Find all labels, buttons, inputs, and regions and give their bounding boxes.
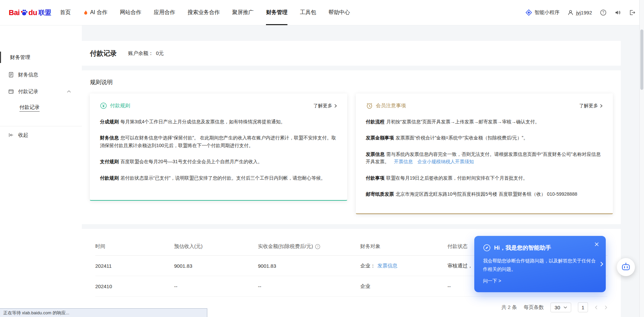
rule-item-label: 付款规则: [100, 175, 119, 181]
cell-actual-amount: 9001.83: [258, 263, 360, 269]
logout-icon[interactable]: [629, 9, 635, 16]
sidebar-item-label: 财务信息: [18, 72, 38, 78]
column-header-actual-amount: 实收金额(扣除税费后/元) ?: [258, 243, 360, 250]
nav-label: 帮助中心: [328, 9, 350, 16]
vertical-scrollbar[interactable]: [639, 0, 644, 317]
column-header-time: 时间: [95, 243, 174, 250]
rule-cards-row: 付款规则 了解更多 分成规则每月第3或4个工作日产出上月分成信息及发票信息，如有…: [90, 93, 613, 214]
sidebar-collapse-label: 收起: [18, 132, 28, 138]
nav-item-website-cooperation[interactable]: 网站合作: [120, 0, 141, 25]
sidebar-item-label: 付款记录: [18, 88, 38, 95]
prev-page-icon[interactable]: [595, 305, 598, 310]
smart-program-icon: [526, 9, 532, 16]
collapse-icon: [8, 132, 14, 138]
rule-item: 分成规则每月第3或4个工作日产出上月分成信息及发票信息，如有特殊情况将提前通知。: [100, 118, 337, 125]
robot-icon: [621, 262, 631, 272]
page-number-button[interactable]: 1: [578, 302, 588, 312]
per-page-label: 每页条数: [524, 304, 544, 311]
flame-icon: [83, 10, 88, 15]
payment-rules-icon: [100, 102, 107, 109]
rule-item-text: 联盟在每月19日之后签收的发票，付款时间安排在下个月首批支付。: [386, 175, 528, 181]
next-page-icon[interactable]: [604, 305, 607, 310]
sidebar-collapse-button[interactable]: 收起: [0, 126, 82, 144]
rule-item-text: 发票票面“价税合计”金额=系统中“实收金额（扣除税费后/元）”。: [396, 135, 528, 140]
rule-item: 支付规则百度联盟会在每月20号—31号支付企业会员上个自然月产生的收入。: [100, 158, 337, 165]
cell-actual-amount: --: [258, 283, 360, 289]
small-taxpayer-invoice-link[interactable]: 企业小规模纳税人开票须知: [418, 159, 474, 164]
sidebar-subitem-label: 付款记录: [19, 104, 40, 112]
nav-item-app-cooperation[interactable]: 应用合作: [154, 0, 175, 25]
nav-item-search-cooperation[interactable]: 搜索业务合作: [187, 0, 220, 25]
question-circle-icon[interactable]: ?: [315, 244, 320, 249]
sidebar-subitem-payment-records[interactable]: 付款记录: [0, 100, 82, 116]
page-header-bar: 付款记录 账户余额： 0元: [82, 41, 621, 66]
learn-more-link[interactable]: 了解更多: [314, 103, 337, 109]
ask-now-link[interactable]: 问一下 >: [483, 278, 597, 284]
cell-entity: 企业: [360, 283, 447, 290]
rule-item-label: 付款事项: [366, 175, 385, 181]
sidebar-item-payment-records[interactable]: 付款记录: [0, 83, 82, 100]
nav-item-finance-management[interactable]: 财务管理: [266, 0, 287, 25]
sidebar-item-finance-info[interactable]: 财务信息: [0, 66, 82, 83]
nav-item-help-center[interactable]: 帮助中心: [328, 0, 350, 25]
logo-text-bai: Bai: [9, 8, 20, 17]
smart-program-entry[interactable]: 智能小程序: [526, 9, 559, 16]
per-page-select[interactable]: 30: [550, 303, 571, 312]
rule-item: 财务信息您可以在财务信息中选择“保留付款”。 在此期间您产生的收入将在账户内进行…: [100, 134, 337, 149]
member-notice-card: 会员注意事项 了解更多 付款流程月初按“发票信息”页面开具发票→上传发票→邮寄发…: [356, 93, 613, 214]
rule-item-label: 发票信息: [366, 151, 385, 157]
rules-section-title: 规则说明: [90, 78, 613, 86]
nav-label: 工具包: [300, 9, 316, 16]
rule-item-text: 您可以在财务信息中选择“保留付款”。 在此期间您产生的收入将在账户内进行累计，联…: [100, 135, 336, 148]
assistant-popup: Hi，我是您的智能助手 我会帮助您诊断合作链路问题，以及解答您关于任何合作相关的…: [474, 236, 606, 292]
learn-more-link[interactable]: 了解更多: [579, 103, 603, 109]
rule-item-text: 月初按“发票信息”页面开具发票→上传发票→邮寄发票→审核→确认支付。: [386, 119, 540, 124]
close-icon[interactable]: [594, 242, 599, 247]
main-nav: 首页 AI 合作 网站合作 应用合作 搜索业务合作 聚屏推广 财务管理 工具包 …: [60, 0, 350, 25]
finance-info-icon: [8, 72, 14, 78]
assistant-message: 我会帮助您诊断合作链路问题，以及解答您关于任何合作相关的问题。: [483, 257, 597, 273]
total-count: 共 2 条: [501, 304, 517, 311]
rule-item: 付款事项联盟在每月19日之后签收的发票，付款时间安排在下个月首批支付。: [366, 174, 603, 182]
chevron-up-icon: [67, 90, 71, 93]
sidebar-section-finance-management[interactable]: 财务管理: [0, 50, 82, 64]
scrollbar-thumb[interactable]: [640, 29, 643, 90]
browser-status-bar: 正在等待 xlab.baidu.com 的响应...: [0, 308, 207, 317]
rule-item-label: 分成规则: [100, 119, 119, 124]
nav-item-toolkit[interactable]: 工具包: [300, 0, 316, 25]
member-notice-card-header: 会员注意事项 了解更多: [366, 102, 603, 109]
chevron-right-icon: [600, 104, 603, 108]
page-title: 付款记录: [90, 49, 117, 58]
nav-label: 应用合作: [154, 9, 175, 16]
invoice-info-link[interactable]: 发票信息: [377, 263, 397, 269]
sidebar: 财务管理 财务信息 付款记录 付款记录 收起: [0, 25, 82, 317]
payment-records-icon: [8, 88, 14, 94]
invoice-info-link[interactable]: 开票信息: [394, 159, 413, 164]
cell-entity: 企业： 发票信息: [360, 263, 447, 269]
expand-chevron-icon[interactable]: [600, 261, 603, 267]
topnav-right: 智能小程序 jyj1992 ?: [526, 0, 635, 25]
nav-item-ai-cooperation[interactable]: AI 合作: [83, 0, 108, 25]
help-icon[interactable]: ?: [600, 9, 606, 16]
rule-card-title: 付款规则: [110, 103, 130, 109]
assistant-header: Hi，我是您的智能助手: [483, 244, 597, 252]
sound-icon[interactable]: [614, 9, 621, 16]
rule-item-text: 北京市海淀区西北旺东路10号院百度科技园5号楼 百度联盟财务组（收） 010-5…: [396, 191, 577, 197]
column-header-actual-label: 实收金额(扣除税费后/元): [258, 243, 313, 250]
nav-item-home[interactable]: 首页: [60, 0, 71, 25]
smart-program-label: 智能小程序: [534, 9, 559, 16]
column-header-entity: 财务对象: [360, 243, 447, 250]
assistant-title: Hi，我是您的智能助手: [494, 244, 551, 252]
user-icon: [568, 10, 574, 16]
rule-item: 付款规则若付款状态显示“已支付”，说明联盟已安排了您的付款。支付后三个工作日内到…: [100, 174, 337, 182]
member-notice-icon: [366, 102, 373, 109]
rule-item-label: 发票金额事项: [366, 135, 394, 140]
assistant-robot-button[interactable]: [617, 258, 635, 276]
baidu-union-logo[interactable]: Bai du 联盟: [9, 0, 51, 25]
top-navigation: Bai du 联盟 首页 AI 合作 网站合作 应用合作 搜索业务合作 聚屏推广…: [0, 0, 644, 25]
nav-label: 搜索业务合作: [187, 9, 220, 16]
nav-item-screen-promotion[interactable]: 聚屏推广: [232, 0, 254, 25]
cell-estimated-income: --: [174, 283, 258, 289]
user-account[interactable]: jyj1992: [568, 10, 592, 16]
column-header-estimated-income: 预估收入(元): [174, 243, 258, 250]
